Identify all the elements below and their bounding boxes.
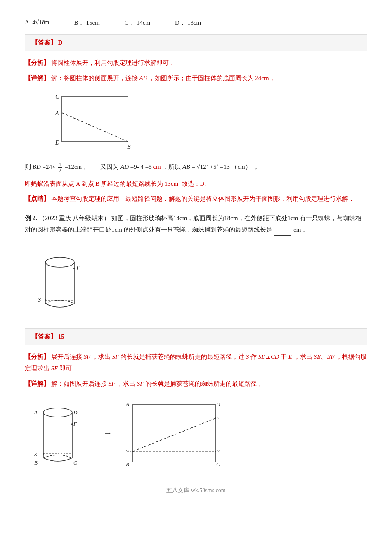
detail1-tag: 【详解】 <box>25 75 50 81</box>
formula-eq2: =12cm， 又因为 <box>64 164 120 170</box>
formula-eq4: ，所以 <box>162 164 182 170</box>
svg-text:C: C <box>73 460 77 466</box>
detail1-text: 解：将圆柱体的侧面展开，连接 <box>51 75 138 81</box>
unfolded-right-svg: A D B C F S E <box>125 396 224 470</box>
svg-point-9 <box>73 268 75 269</box>
answer1-value: D <box>58 39 63 46</box>
formula-comma: ， <box>253 164 259 170</box>
keypoint1-text: 本题考查勾股定理的应用—最短路径问题．解题的关键是将立体图形展开为平面图形，利用… <box>51 195 354 202</box>
example2-source: （2023·重庆·八年级期末） <box>39 215 110 221</box>
svg-line-1 <box>62 113 128 142</box>
analysis1-text: 将圆柱体展开，利用勾股定理进行求解即可． <box>51 59 175 66</box>
svg-text:S: S <box>34 451 37 458</box>
svg-text:C: C <box>216 461 220 467</box>
svg-text:E: E <box>216 448 220 454</box>
keypoint1-tag: 【点睛】 <box>25 195 50 202</box>
detail2-para: 【详解】 解：如图展开后连接 SF ，求出 SF 的长就是捕获苍蝇的蜘蛛所走的最… <box>25 378 367 390</box>
detail2-text2: ，求出 <box>117 380 135 387</box>
option-A: A. 4√13cm <box>25 19 49 27</box>
option-C: C． 14cm <box>125 19 150 27</box>
formula-eq3: =9- 4 =5 <box>130 164 152 170</box>
formula-text1: 则 <box>25 164 31 170</box>
detail2-tag: 【详解】 <box>25 380 50 387</box>
diagram1-svg: C A D B <box>50 88 136 154</box>
conclusion1-text: 即蚂蚁沿表面从点 A 到点 B 所经过的最短路线长为 13cm. 故选：D. <box>25 180 206 187</box>
answer1-tag: 【答案】 <box>32 39 57 46</box>
answer-blank <box>274 235 291 236</box>
formula-eq1: =24× <box>43 164 56 170</box>
svg-point-8 <box>45 257 74 267</box>
option-A-value: 4√13cm <box>33 19 50 26</box>
arrow-symbol: → <box>103 428 112 439</box>
formula-BD: BD <box>33 164 41 170</box>
footer: 五八文库 wk.58sms.com <box>25 487 367 494</box>
analysis2-E: E <box>288 353 292 360</box>
analysis2-text3: 的长就是捕获苍蝇的蜘蛛所走的最短路径，过 <box>120 353 244 360</box>
option-D: D． 13cm <box>175 19 201 27</box>
option-C-value: 14cm <box>137 19 150 26</box>
svg-text:C: C <box>55 94 59 100</box>
answer-section-1: 【答案】 D <box>25 34 367 51</box>
option-B-value: 15cm <box>86 19 99 26</box>
svg-text:S: S <box>38 297 41 303</box>
analysis2-SF3: SF <box>51 365 58 372</box>
formula-line: 则 BD =24× 1 2 =12cm， 又因为 AD =9- 4 =5 cm … <box>25 161 367 174</box>
option-C-label: C． <box>125 19 135 27</box>
conclusion1-para: 即蚂蚁沿表面从点 A 到点 B 所经过的最短路线长为 13cm. 故选：D. <box>25 178 367 190</box>
analysis2-SF2: SF <box>112 353 119 360</box>
svg-text:F: F <box>76 265 80 271</box>
cylinder-diagram: F S <box>37 246 91 318</box>
analysis2-SE-perp: SE⊥CD <box>258 353 279 360</box>
detail1-para: 【详解】 解：将圆柱体的侧面展开，连接 AB ，如图所示；由于圆柱体的底面周长为… <box>25 72 367 84</box>
svg-text:B: B <box>34 460 38 466</box>
option-D-value: 13cm <box>187 19 201 26</box>
detail2-text1: 解：如图展开后连接 <box>51 380 107 387</box>
option-D-label: D． <box>175 19 186 27</box>
detail2-SF2: SF <box>137 380 144 387</box>
analysis1-tag: 【分析】 <box>25 59 50 66</box>
analysis2-text2: ，求出 <box>92 353 111 360</box>
svg-text:A: A <box>34 409 38 415</box>
analysis2-text1: 展开后连接 <box>51 353 82 360</box>
svg-point-17 <box>43 408 72 417</box>
analysis2-tag: 【分析】 <box>25 353 50 360</box>
svg-text:A: A <box>55 110 59 116</box>
example2-unit: cm． <box>293 226 307 233</box>
formula-AB: AB <box>182 164 190 170</box>
answer2-value: 15 <box>58 333 64 340</box>
example2-number: 例 2. <box>25 215 37 221</box>
option-B-label: B． <box>74 19 84 27</box>
diagram1-container: C A D B <box>50 88 367 156</box>
svg-point-27 <box>43 453 44 455</box>
unfolded-diagram: A D F S B C → A D B C F S E <box>33 396 367 470</box>
answer2-tag: 【答案】 <box>32 333 57 340</box>
formula-eq6: =13 <box>220 164 231 170</box>
option-B: B． 15cm <box>74 19 99 27</box>
svg-text:D: D <box>216 401 220 407</box>
cylinder-svg: F S <box>37 246 91 316</box>
answer-section-2: 【答案】 15 <box>25 328 367 345</box>
svg-rect-0 <box>62 96 128 142</box>
svg-text:D: D <box>55 140 59 146</box>
formula-sqrt: √122 +52 <box>197 164 219 170</box>
svg-text:F: F <box>73 421 77 427</box>
svg-text:F: F <box>216 415 220 421</box>
analysis2-text8: 即可． <box>59 365 78 372</box>
example2-para: 例 2. （2023·重庆·八年级期末） 如图，圆柱形玻璃杯高14cm，底面周长… <box>25 212 367 236</box>
svg-text:B: B <box>127 144 131 150</box>
svg-text:A: A <box>125 401 129 407</box>
unfolded-left-svg: A D F S B C <box>33 396 91 470</box>
svg-line-39 <box>133 418 215 451</box>
detail1-text2: ，如图所示；由于圆柱体的底面周长为 24cm， <box>149 75 275 81</box>
analysis2-text5: 于 <box>281 353 287 360</box>
svg-point-26 <box>71 423 73 425</box>
analysis2-text4: 作 <box>250 353 257 360</box>
fraction-half: 1 2 <box>58 161 62 174</box>
detail1-AB: AB <box>139 75 147 81</box>
analysis2-para: 【分析】 展开后连接 SF ，求出 SF 的长就是捕获苍蝇的蜘蛛所走的最短路径，… <box>25 351 367 375</box>
detail2-SF1: SF <box>109 380 116 387</box>
analysis2-SF1: SF <box>84 353 91 360</box>
analysis2-SE-EF: SE、EF <box>314 353 335 360</box>
svg-rect-28 <box>133 404 215 462</box>
detail2-text3: 的长就是捕获苍蝇的蜘蛛所走的最短路径， <box>145 380 263 387</box>
